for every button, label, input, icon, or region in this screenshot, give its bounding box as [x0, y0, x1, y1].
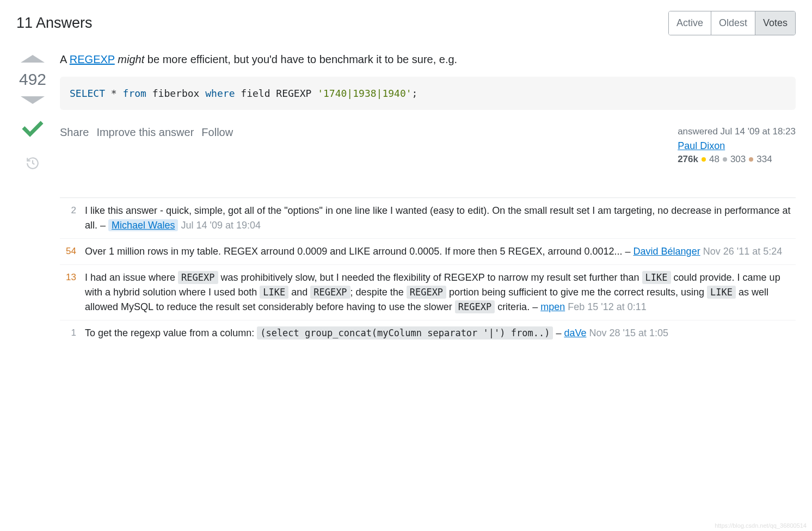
- author-link[interactable]: Paul Dixon: [678, 140, 725, 151]
- answers-count: 11 Answers: [16, 15, 93, 32]
- c3-t: and: [288, 287, 310, 298]
- comment-date: Feb 15 '12 at 0:11: [568, 301, 647, 312]
- comment-date: Nov 28 '15 at 1:05: [589, 328, 668, 338]
- comment-date-text: Feb 15 '12 at 0:11: [568, 301, 647, 312]
- follow-link[interactable]: Follow: [201, 126, 233, 139]
- reputation-row: 276k 48 303 334: [678, 154, 796, 165]
- code-str: '1740|1938|1940': [317, 88, 411, 99]
- action-links: Share Improve this answer Follow: [60, 126, 233, 139]
- code-token: fiberbox: [146, 88, 205, 99]
- tab-active[interactable]: Active: [669, 11, 711, 35]
- comment-author-link[interactable]: daVe: [564, 328, 586, 338]
- code-inline: (select group_concat(myColumn separator …: [257, 326, 553, 339]
- reputation: 276k: [678, 154, 698, 165]
- accepted-check-icon: [21, 117, 45, 143]
- post-column: A REGEXP might be more efficient, but yo…: [60, 52, 796, 346]
- c3-t: I had an issue where: [85, 272, 178, 283]
- upvote-button[interactable]: [21, 55, 45, 63]
- comment-score: 13: [60, 270, 76, 314]
- code-block: SELECT * from fiberbox where field REGEX…: [60, 77, 796, 110]
- code-inline: REGEXP: [310, 286, 350, 299]
- bronze-badge-icon: [749, 157, 753, 162]
- vote-score: 492: [19, 70, 46, 89]
- gold-badge-icon: [702, 157, 706, 162]
- post-emphasis: might: [118, 53, 144, 65]
- post-actions-row: Share Improve this answer Follow answere…: [60, 126, 796, 165]
- code-inline: REGEXP: [455, 300, 495, 313]
- dash: –: [556, 328, 564, 338]
- comment-body: To get the regexp value from a column: (…: [85, 326, 796, 341]
- improve-link[interactable]: Improve this answer: [96, 126, 194, 139]
- comment-text: Over 1 million rows in my table. REGEX a…: [85, 246, 623, 257]
- comment-author-link[interactable]: David Bélanger: [633, 246, 700, 257]
- tab-votes[interactable]: Votes: [755, 11, 795, 35]
- code-inline: REGEXP: [407, 286, 446, 299]
- c3-t: ; despite the: [350, 287, 407, 298]
- post-text: be more efficient, but you'd have to ben…: [144, 53, 457, 65]
- code-kw: where: [205, 88, 235, 99]
- comment-body: I had an issue where REGEXP was prohibit…: [85, 270, 796, 314]
- comment-author-link[interactable]: mpen: [540, 301, 565, 312]
- code-kw: SELECT: [70, 88, 105, 99]
- comment-score: 54: [60, 244, 76, 259]
- c3-t: criteria.: [495, 301, 530, 312]
- code-token: ;: [412, 88, 418, 99]
- comment-score: 1: [60, 326, 76, 341]
- regexp-link[interactable]: REGEXP: [70, 53, 115, 65]
- gold-count: 48: [709, 154, 719, 165]
- answers-header: 11 Answers Active Oldest Votes: [16, 11, 796, 35]
- comment-row: 54 Over 1 million rows in my table. REGE…: [60, 239, 796, 265]
- post-text: A: [60, 53, 70, 65]
- c3-t: portion being sufficient to give me the …: [446, 287, 707, 298]
- code-inline: REGEXP: [178, 271, 218, 284]
- answer: 492 A REGEXP might be more efficient, bu…: [16, 52, 796, 346]
- comment-date-text: Jul 14 '09 at 19:04: [181, 220, 261, 231]
- user-card: answered Jul 14 '09 at 18:23 Paul Dixon …: [678, 126, 796, 165]
- dash: –: [625, 246, 633, 257]
- code-kw: from: [123, 88, 146, 99]
- share-link[interactable]: Share: [60, 126, 89, 139]
- comment-row: 2 I like this answer - quick, simple, go…: [60, 198, 796, 239]
- comment-date-text: Nov 26 '11 at 5:24: [703, 246, 783, 257]
- code-inline: LIKE: [642, 271, 671, 284]
- code-token: *: [105, 88, 123, 99]
- comment-score: 2: [60, 203, 76, 233]
- code-inline: LIKE: [707, 286, 736, 299]
- answer-time: answered Jul 14 '09 at 18:23: [678, 126, 796, 137]
- comment-author-link[interactable]: Michael Wales: [108, 219, 178, 231]
- vote-column: 492: [16, 52, 49, 346]
- comment-date: Jul 14 '09 at 19:04: [181, 220, 261, 231]
- code-inline: LIKE: [260, 286, 288, 299]
- c3-t: was prohibitively slow, but I needed the…: [218, 272, 642, 283]
- bronze-count: 334: [756, 154, 772, 165]
- c4-t: To get the regexp value from a column:: [85, 328, 257, 338]
- history-icon[interactable]: [26, 156, 40, 172]
- comment-date-text: Nov 28 '15 at 1:05: [589, 328, 668, 338]
- dash: –: [100, 220, 108, 231]
- downvote-button[interactable]: [21, 96, 45, 104]
- tab-oldest[interactable]: Oldest: [711, 11, 755, 35]
- dash: –: [532, 301, 540, 312]
- silver-badge-icon: [723, 157, 727, 162]
- comment-date: Nov 26 '11 at 5:24: [703, 246, 783, 257]
- code-token: field REGEXP: [235, 88, 317, 99]
- comment-body: I like this answer - quick, simple, got …: [85, 203, 796, 233]
- post-body: A REGEXP might be more efficient, but yo…: [60, 52, 796, 67]
- comment-row: 1 To get the regexp value from a column:…: [60, 320, 796, 346]
- sort-tabs: Active Oldest Votes: [668, 11, 796, 35]
- comment-body: Over 1 million rows in my table. REGEX a…: [85, 244, 796, 259]
- silver-count: 303: [730, 154, 746, 165]
- comments-list: 2 I like this answer - quick, simple, go…: [60, 197, 796, 346]
- comment-row: 13 I had an issue where REGEXP was prohi…: [60, 265, 796, 320]
